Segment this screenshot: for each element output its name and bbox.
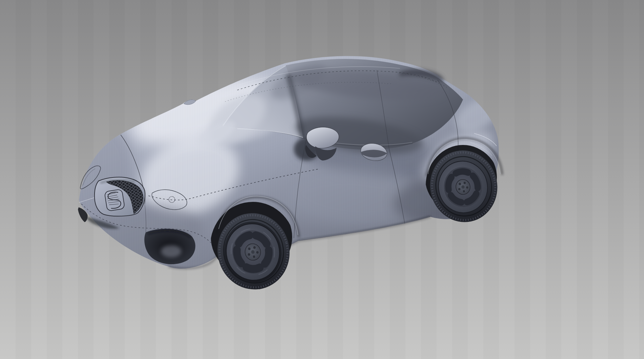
intake-reflection	[161, 245, 181, 257]
seat-badge	[104, 189, 125, 211]
viewport-3d[interactable]	[0, 0, 644, 359]
render-canvas	[0, 0, 644, 359]
front-grille	[95, 177, 145, 216]
